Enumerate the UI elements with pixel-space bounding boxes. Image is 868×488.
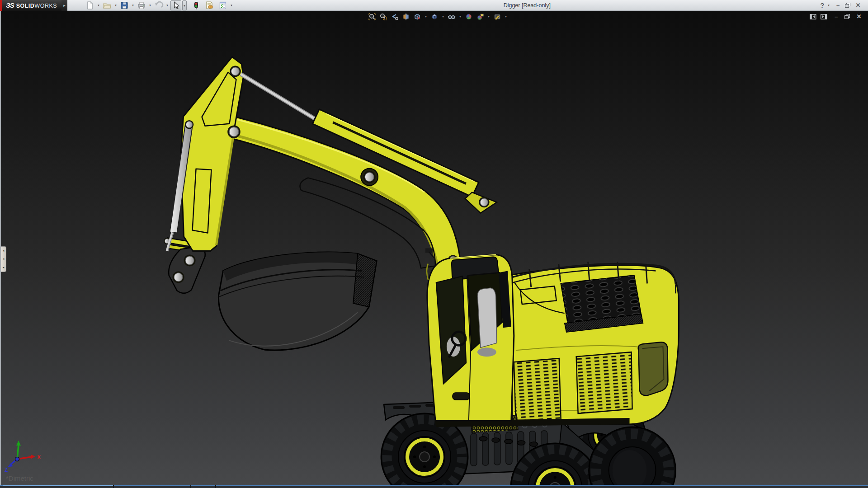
file-properties-button[interactable] xyxy=(204,0,215,10)
rebuild-button[interactable] xyxy=(190,0,201,10)
apply-scene-dropdown[interactable]: ▾ xyxy=(486,15,491,19)
new-document-button[interactable] xyxy=(85,0,95,10)
document-restore-button[interactable] xyxy=(844,14,850,19)
brand-works: WORKS xyxy=(34,3,57,9)
solidworks-logo-mark: ЗS xyxy=(6,1,14,9)
collapse-arrow-icon: ◂ xyxy=(3,266,5,269)
z-axis-arrow xyxy=(7,463,13,467)
windows-taskbar-sliver[interactable] xyxy=(0,485,868,488)
options-button[interactable] xyxy=(217,0,228,10)
view-settings-icon xyxy=(493,13,501,21)
hide-show-items-dropdown[interactable]: ▾ xyxy=(458,15,462,19)
view-orientation-label: *Dimetric xyxy=(6,474,33,482)
glasses-icon xyxy=(448,13,456,21)
title-bar: ЗS SOLIDWORKS ▸ ▾ ▾ xyxy=(0,0,868,11)
view-settings-dropdown[interactable]: ▾ xyxy=(504,15,508,19)
section-view-icon xyxy=(402,13,410,21)
graphics-viewport[interactable]: ▾ ▾ ▾ xyxy=(0,11,868,485)
help-dropdown[interactable]: ▾ xyxy=(827,4,830,7)
x-axis-label: X xyxy=(37,454,41,460)
titlebar-controls: ? ▾ – ✕ xyxy=(820,2,868,9)
display-style-icon xyxy=(430,13,439,21)
taskbar-edge xyxy=(0,485,868,486)
taskbar-separator xyxy=(215,485,216,488)
feature-tree-collapse-handle[interactable]: ◂ ◂ ◂ xyxy=(1,246,6,272)
heads-up-view-toolbar: ▾ ▾ ▾ xyxy=(367,12,508,21)
section-view-button[interactable] xyxy=(401,12,411,21)
previous-view-button[interactable] xyxy=(390,12,400,21)
document-close-button[interactable]: ✕ xyxy=(854,13,863,20)
rebuild-traffic-light-icon xyxy=(191,1,200,10)
document-minimize-button[interactable]: – xyxy=(831,13,840,20)
options-icon xyxy=(218,1,227,10)
edit-appearance-button[interactable] xyxy=(464,12,474,21)
bucket[interactable] xyxy=(164,238,377,350)
print-icon xyxy=(137,1,146,10)
zoom-to-fit-button[interactable] xyxy=(367,12,377,21)
undo-button[interactable] xyxy=(153,0,164,10)
help-icon[interactable]: ? xyxy=(820,2,824,9)
document-window-controls: – ✕ xyxy=(810,13,863,20)
select-dropdown[interactable]: ▾ xyxy=(182,0,187,10)
display-style-dropdown[interactable]: ▾ xyxy=(441,15,445,19)
cab[interactable] xyxy=(425,248,514,421)
display-style-button[interactable] xyxy=(429,12,439,21)
select-cursor-icon xyxy=(172,1,180,9)
view-settings-button[interactable] xyxy=(492,12,502,21)
options-dropdown[interactable]: ▾ xyxy=(229,4,234,7)
view-orientation-icon xyxy=(413,13,421,21)
apply-scene-icon xyxy=(476,13,484,21)
previous-view-icon xyxy=(391,13,399,21)
open-dropdown[interactable]: ▾ xyxy=(113,4,118,7)
flyout-arrow-icon: ▸ xyxy=(63,3,66,8)
minimize-button[interactable]: – xyxy=(833,2,842,9)
zoom-to-fit-icon xyxy=(368,13,376,21)
save-dropdown[interactable]: ▾ xyxy=(131,4,135,7)
x-axis-arrow xyxy=(31,455,35,459)
restore-button[interactable] xyxy=(845,3,851,8)
print-dropdown[interactable]: ▾ xyxy=(148,4,152,7)
zoom-to-area-icon xyxy=(379,13,387,21)
reference-triad: X Z xyxy=(4,440,47,473)
view-orientation-dropdown[interactable]: ▾ xyxy=(424,15,428,19)
excavator-model[interactable] xyxy=(1,11,868,485)
select-button[interactable] xyxy=(170,0,181,10)
z-axis-label: Z xyxy=(5,467,8,473)
save-button[interactable] xyxy=(119,0,130,10)
standard-toolbar: ▾ ▾ ▾ xyxy=(85,0,234,10)
solidworks-window: ЗS SOLIDWORKS ▸ ▾ ▾ xyxy=(0,0,868,488)
taskbar-separator xyxy=(190,485,191,488)
undo-dropdown[interactable]: ▾ xyxy=(165,4,170,7)
pane-toggle-right-icon[interactable] xyxy=(821,14,827,19)
menu-flyout-arrow[interactable]: ▸ xyxy=(61,0,67,11)
pane-toggle-left-icon[interactable] xyxy=(810,14,816,19)
solidworks-logo[interactable]: ЗS SOLIDWORKS xyxy=(2,0,61,11)
hide-show-items-button[interactable] xyxy=(447,12,457,21)
open-button[interactable] xyxy=(102,0,113,10)
open-icon xyxy=(103,1,112,10)
appearance-sphere-icon xyxy=(465,13,473,21)
new-document-icon xyxy=(85,1,94,10)
view-orientation-button[interactable] xyxy=(412,12,422,21)
triad-origin xyxy=(15,457,19,461)
taskbar-active-button-edge[interactable] xyxy=(3,485,113,486)
zoom-to-area-button[interactable] xyxy=(378,12,388,21)
save-icon xyxy=(120,1,129,10)
collapse-arrow-icon: ◂ xyxy=(3,249,5,253)
brand-solid: SOLID xyxy=(16,3,35,9)
collapse-arrow-icon: ◂ xyxy=(3,257,5,261)
undo-icon xyxy=(154,1,164,10)
y-axis-arrow xyxy=(16,441,21,446)
apply-scene-button[interactable] xyxy=(475,12,485,21)
print-button[interactable] xyxy=(136,0,147,10)
new-dropdown[interactable]: ▾ xyxy=(96,4,101,7)
file-properties-icon xyxy=(205,1,214,10)
taskbar-separator xyxy=(113,485,114,488)
document-title: Digger [Read-only] xyxy=(234,2,820,9)
close-button[interactable]: ✕ xyxy=(854,2,863,9)
